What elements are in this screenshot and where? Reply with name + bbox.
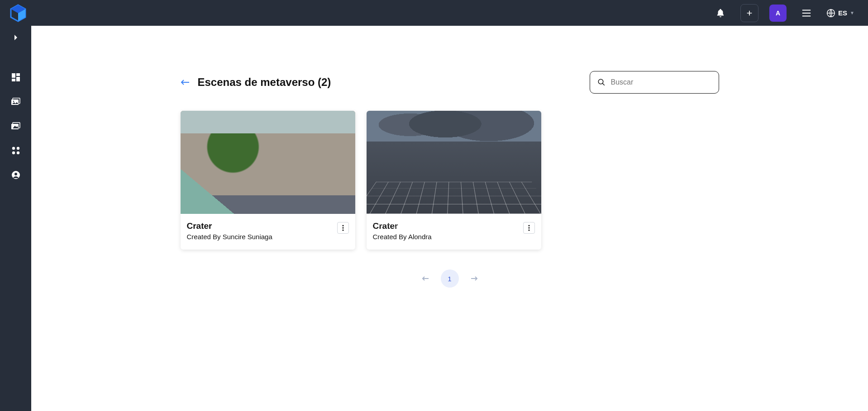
svg-rect-6 <box>16 77 20 81</box>
page-current[interactable]: 1 <box>441 269 459 288</box>
sidebar-collections[interactable] <box>7 96 25 107</box>
svg-point-23 <box>342 229 343 231</box>
sidebar-expand[interactable] <box>7 32 25 43</box>
card-more-button[interactable] <box>337 222 349 234</box>
notifications-button[interactable] <box>711 4 730 22</box>
svg-rect-7 <box>12 79 15 81</box>
pagination: 1 <box>181 269 719 288</box>
page-prev[interactable] <box>422 276 429 281</box>
card-subtitle: Created By Suncire Suniaga <box>187 233 272 241</box>
card-title: Crater <box>187 221 272 231</box>
page-title: Escenas de metaverso (2) <box>198 76 331 89</box>
svg-point-14 <box>12 147 14 150</box>
svg-point-20 <box>598 79 603 84</box>
globe-icon <box>826 9 835 18</box>
images-icon <box>11 122 20 130</box>
top-header: A ES ▼ <box>0 0 868 26</box>
search-box[interactable] <box>590 71 719 94</box>
sidebar-apps[interactable] <box>7 145 25 156</box>
menu-button[interactable] <box>797 4 816 22</box>
scene-thumbnail <box>367 111 541 214</box>
svg-point-16 <box>12 151 14 154</box>
app-logo[interactable] <box>9 4 27 22</box>
svg-point-21 <box>342 225 343 226</box>
svg-point-17 <box>16 151 19 154</box>
card-body: Crater Created By Suncire Suniaga <box>181 214 355 250</box>
sidebar-account[interactable] <box>7 170 25 180</box>
more-vertical-icon <box>342 225 344 231</box>
search-input[interactable] <box>610 78 711 87</box>
page-number: 1 <box>448 275 451 283</box>
arrow-left-icon <box>181 79 190 85</box>
dashboard-icon <box>12 73 20 81</box>
card-subtitle: Created By Alondra <box>373 233 432 241</box>
bell-icon <box>715 8 725 18</box>
dropdown-caret-icon: ▼ <box>850 10 854 15</box>
sidebar-dashboard[interactable] <box>7 72 25 83</box>
collections-icon <box>11 98 20 106</box>
header-actions: A ES ▼ <box>711 4 854 22</box>
svg-point-15 <box>16 147 19 150</box>
back-button[interactable] <box>181 78 190 87</box>
user-avatar[interactable]: A <box>769 5 787 22</box>
svg-point-10 <box>13 101 14 102</box>
arrow-right-icon <box>471 276 478 281</box>
scene-card[interactable]: Crater Created By Alondra <box>367 111 541 250</box>
chevron-right-icon <box>14 34 18 41</box>
language-selector[interactable]: ES ▼ <box>826 9 854 18</box>
svg-point-22 <box>342 227 343 228</box>
avatar-initial: A <box>776 9 780 17</box>
language-code: ES <box>838 9 847 17</box>
svg-point-26 <box>528 229 529 231</box>
title-row: Escenas de metaverso (2) <box>181 71 719 94</box>
svg-point-19 <box>14 173 17 175</box>
svg-rect-4 <box>12 73 15 78</box>
apps-icon <box>12 146 20 155</box>
search-icon <box>597 78 606 86</box>
add-button[interactable] <box>740 4 758 22</box>
main-content: Escenas de metaverso (2) Crater Created … <box>31 26 868 411</box>
hamburger-icon <box>801 9 811 17</box>
scene-thumbnail <box>181 111 355 214</box>
cards-grid: Crater Created By Suncire Suniaga Crater… <box>181 111 719 250</box>
plus-icon <box>746 9 753 17</box>
account-icon <box>12 171 20 179</box>
scene-card[interactable]: Crater Created By Suncire Suniaga <box>181 111 355 250</box>
left-sidebar <box>0 26 31 411</box>
sidebar-images[interactable] <box>7 121 25 132</box>
svg-rect-5 <box>16 73 20 76</box>
arrow-left-icon <box>422 276 429 281</box>
page-next[interactable] <box>471 276 478 281</box>
